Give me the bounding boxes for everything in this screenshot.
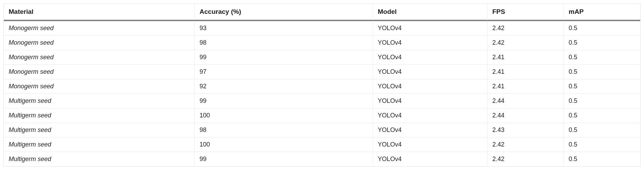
cell-material: Monogerm seed	[4, 64, 195, 79]
cell-material: Multigerm seed	[4, 152, 195, 166]
cell-material: Monogerm seed	[4, 35, 195, 50]
cell-accuracy: 100	[195, 108, 373, 123]
table-row: Multigerm seed 100 YOLOv4 2.44 0.5	[4, 108, 640, 123]
table-row: Monogerm seed 92 YOLOv4 2.41 0.5	[4, 79, 640, 94]
header-material: Material	[4, 4, 195, 21]
cell-fps: 2.44	[487, 108, 564, 123]
cell-map: 0.5	[564, 64, 640, 79]
cell-model: YOLOv4	[373, 137, 487, 152]
cell-model: YOLOv4	[373, 94, 487, 108]
cell-material: Multigerm seed	[4, 137, 195, 152]
cell-accuracy: 97	[195, 64, 373, 79]
cell-accuracy: 99	[195, 94, 373, 108]
cell-map: 0.5	[564, 50, 640, 64]
cell-fps: 2.41	[487, 79, 564, 94]
header-model: Model	[373, 4, 487, 21]
table-row: Monogerm seed 93 YOLOv4 2.42 0.5	[4, 21, 640, 35]
cell-map: 0.5	[564, 152, 640, 166]
cell-fps: 2.41	[487, 50, 564, 64]
cell-model: YOLOv4	[373, 79, 487, 94]
cell-accuracy: 100	[195, 137, 373, 152]
table-row: Monogerm seed 98 YOLOv4 2.42 0.5	[4, 35, 640, 50]
cell-accuracy: 99	[195, 152, 373, 166]
table-row: Multigerm seed 99 YOLOv4 2.44 0.5	[4, 94, 640, 108]
cell-map: 0.5	[564, 108, 640, 123]
cell-fps: 2.42	[487, 35, 564, 50]
cell-fps: 2.42	[487, 21, 564, 35]
cell-accuracy: 93	[195, 21, 373, 35]
header-map: mAP	[564, 4, 640, 21]
cell-model: YOLOv4	[373, 35, 487, 50]
cell-material: Monogerm seed	[4, 21, 195, 35]
cell-map: 0.5	[564, 137, 640, 152]
cell-accuracy: 99	[195, 50, 373, 64]
cell-accuracy: 92	[195, 79, 373, 94]
cell-model: YOLOv4	[373, 50, 487, 64]
table-row: Monogerm seed 99 YOLOv4 2.41 0.5	[4, 50, 640, 64]
cell-model: YOLOv4	[373, 64, 487, 79]
table-row: Multigerm seed 99 YOLOv4 2.42 0.5	[4, 152, 640, 166]
table-header-row: Material Accuracy (%) Model FPS mAP	[4, 4, 640, 21]
cell-map: 0.5	[564, 35, 640, 50]
cell-fps: 2.44	[487, 94, 564, 108]
data-table: Material Accuracy (%) Model FPS mAP Mono…	[3, 3, 641, 167]
cell-map: 0.5	[564, 21, 640, 35]
cell-fps: 2.42	[487, 152, 564, 166]
cell-map: 0.5	[564, 94, 640, 108]
cell-material: Multigerm seed	[4, 108, 195, 123]
cell-material: Monogerm seed	[4, 79, 195, 94]
cell-model: YOLOv4	[373, 152, 487, 166]
table-row: Monogerm seed 97 YOLOv4 2.41 0.5	[4, 64, 640, 79]
cell-material: Multigerm seed	[4, 94, 195, 108]
header-accuracy: Accuracy (%)	[195, 4, 373, 21]
cell-map: 0.5	[564, 79, 640, 94]
cell-fps: 2.42	[487, 137, 564, 152]
cell-accuracy: 98	[195, 35, 373, 50]
cell-material: Monogerm seed	[4, 50, 195, 64]
cell-accuracy: 98	[195, 123, 373, 137]
cell-fps: 2.43	[487, 123, 564, 137]
cell-model: YOLOv4	[373, 108, 487, 123]
table-body: Monogerm seed 93 YOLOv4 2.42 0.5 Monoger…	[4, 21, 640, 166]
header-fps: FPS	[487, 4, 564, 21]
cell-map: 0.5	[564, 123, 640, 137]
cell-model: YOLOv4	[373, 21, 487, 35]
table-row: Multigerm seed 98 YOLOv4 2.43 0.5	[4, 123, 640, 137]
cell-material: Multigerm seed	[4, 123, 195, 137]
table-row: Multigerm seed 100 YOLOv4 2.42 0.5	[4, 137, 640, 152]
cell-model: YOLOv4	[373, 123, 487, 137]
cell-fps: 2.41	[487, 64, 564, 79]
